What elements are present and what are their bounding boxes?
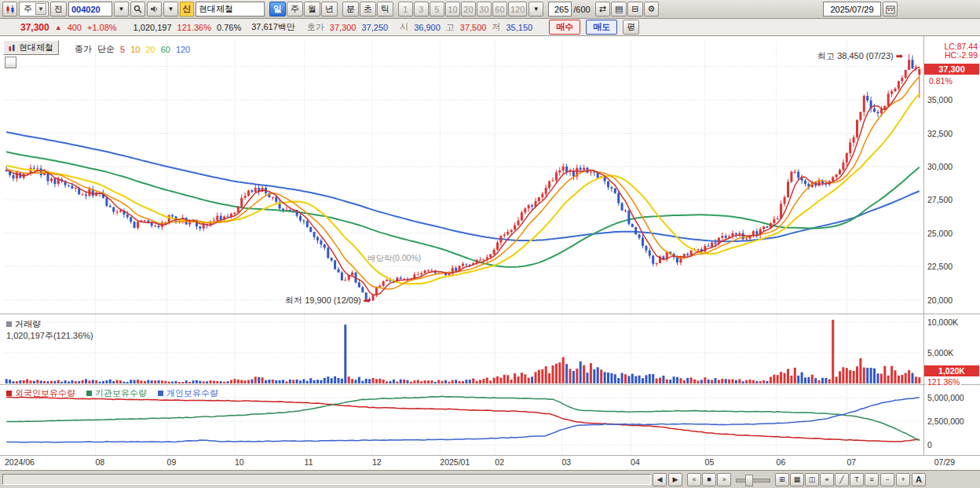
chart-type-button[interactable] [2,2,17,17]
compare-chart-icon[interactable]: ◫ [805,473,819,486]
candlestick-icon [5,5,15,14]
hoga-label: 호가 [307,21,324,33]
zoom-slider[interactable] [736,474,770,486]
price-change: 400 [68,23,82,32]
svg-text:10: 10 [235,457,244,467]
ask-price: 37,300 [330,23,357,32]
announcement-button[interactable] [147,2,162,17]
period-combo[interactable]: 주 ▼ [19,2,49,17]
tick-preset-20-button[interactable]: 20 [461,2,476,17]
indicator-list-icon[interactable]: ≡ [865,473,879,486]
price-info-bar: 37,300 ▲ 400 +1.08% 1,020,197 121.36% 0.… [0,19,980,36]
tick-preset-60-button[interactable]: 60 [492,2,507,17]
svg-text:5,000,000: 5,000,000 [927,393,964,402]
svg-text:02: 02 [495,457,504,467]
tick-preset-120-button[interactable]: 120 [508,2,527,17]
ma-legend: 종가 단순 5102060120 [75,43,190,55]
scroll-left-button[interactable]: ◀ [653,473,667,486]
axis-labels: 35,00032,50030,00027,50025,00022,50020,0… [5,95,964,467]
layout-icon[interactable]: ▤ [611,2,627,17]
tick-preset-10-button[interactable]: 10 [445,2,460,17]
ma-5-legend[interactable]: 5 [120,45,125,54]
ma-20-legend[interactable]: 20 [145,45,155,54]
zoom-out-button[interactable]: − [880,473,894,486]
chart-scrollbar[interactable] [2,474,651,485]
ma-60-legend[interactable]: 60 [161,45,170,54]
period-year-button[interactable]: 년 [321,2,338,17]
current-price-percent: 0.81% [927,76,954,86]
current-price-tag: 37,300 [924,64,979,75]
tick-preset-30-button[interactable]: 30 [477,2,492,17]
annotation-low: 최저 19,900 (12/09) ➡ [285,295,371,306]
sell-button[interactable]: 매도 [586,20,617,35]
volume-pane-label[interactable]: 거래량 [6,318,41,330]
svg-text:5,000K: 5,000K [927,348,953,358]
tick-dropdown-button[interactable]: ▼ [528,2,543,17]
zoom-in-button[interactable]: + [896,473,910,486]
text-tool-icon[interactable]: T [850,473,864,486]
save-icon[interactable]: ⊟ [627,2,642,17]
playback-button-1[interactable]: ■ [702,473,716,486]
svg-text:0: 0 [927,440,932,449]
period-second-button[interactable]: 초 [360,2,376,17]
holdings-legend: 외국인보유수량기관보유수량개인보유수량 [6,387,218,399]
pan-icon[interactable]: ⇄ [595,2,610,17]
chevron-down-icon: ▼ [167,6,174,13]
stock-code-input[interactable] [68,2,112,17]
chart-tab[interactable]: 현대제철 [3,40,59,55]
window-layout-icon[interactable]: ⊞ [775,473,789,486]
crosshair-icon[interactable]: ⌖ [820,473,834,486]
period-minute-button[interactable]: 분 [342,2,359,17]
period-tick-button[interactable]: 틱 [377,2,393,17]
prev-stock-button[interactable]: 전 [50,2,67,17]
tick-preset-5-button[interactable]: 5 [430,2,444,17]
svg-text:30,000: 30,000 [927,162,953,171]
candle-count-input[interactable] [548,2,572,17]
drawing-tool-buttons: ⊞▦◫⌖╱T≡ [775,473,879,486]
foreign-holdings-legend[interactable]: 외국인보유수량 [6,387,75,399]
stock-name-input[interactable] [196,2,265,17]
avg-button[interactable]: 평 [623,20,639,35]
individual-holdings-line [6,398,920,442]
grid-icon[interactable]: ▦ [790,473,804,486]
scroll-right-button[interactable]: ▶ [668,473,682,486]
trendline-icon[interactable]: ╱ [835,473,849,486]
period-month-button[interactable]: 월 [304,2,320,17]
code-dropdown-button[interactable]: ▼ [114,2,129,17]
bid-price: 37,250 [362,23,389,32]
lc-hc-readout: LC:87.44 HC:-2.99 [944,42,978,60]
search-button[interactable] [130,2,145,17]
font-size-button[interactable]: A [912,473,926,486]
ma-10-legend[interactable]: 10 [130,45,140,54]
playback-button-0[interactable]: « [687,473,701,486]
period-day-button[interactable]: 일 [269,2,286,17]
tick-preset-1-button[interactable]: 1 [398,2,413,17]
svg-text:25,000: 25,000 [927,229,953,238]
period-week-button[interactable]: 주 [287,2,303,17]
svg-text:09: 09 [167,457,177,467]
ma-120-legend[interactable]: 120 [176,45,190,54]
svg-text:32,500: 32,500 [927,129,953,138]
period-buttons: 일 주 월 년 [269,2,338,17]
main-chart[interactable]: 35,00032,50030,00027,50025,00022,50020,0… [0,36,980,470]
hc-value: HC:-2.99 [944,51,978,60]
speaker-icon [150,5,159,13]
tick-preset-3-button[interactable]: 3 [414,2,429,17]
ma120-line [6,132,920,241]
svg-text:27,500: 27,500 [927,195,953,204]
volume-ratio: 121.36% [177,23,211,32]
individual-holdings-legend[interactable]: 개인보유수량 [158,387,218,399]
buy-button[interactable]: 매수 [549,20,580,35]
institution-holdings-legend[interactable]: 기관보유수량 [86,387,147,399]
svg-text:2024/06: 2024/06 [5,457,35,467]
playback-button-2[interactable]: » [717,473,731,486]
svg-text:03: 03 [562,457,572,467]
date-input[interactable] [823,2,881,17]
volume-readout: 1,020,197주(121.36%) [6,330,93,342]
announcement-dropdown-button[interactable]: ▼ [163,2,178,17]
zoom-slider-handle[interactable] [745,475,753,486]
calendar-button[interactable] [883,2,898,17]
mini-window-icon[interactable] [5,57,16,68]
gear-icon[interactable]: ⚙ [644,2,660,17]
chart-tab-label: 현대제철 [19,42,53,53]
